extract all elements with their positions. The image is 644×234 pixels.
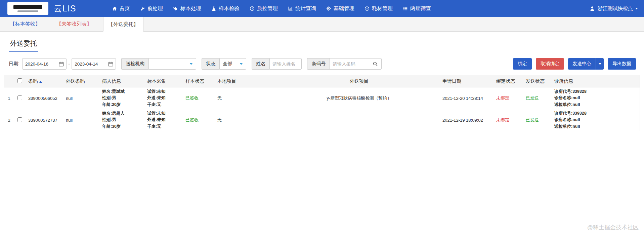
chevron-down-icon <box>599 63 601 65</box>
unbind-button[interactable]: 取消绑定 <box>536 58 564 70</box>
patient-gender: 性别:男 <box>102 95 142 101</box>
tag-icon <box>173 6 178 11</box>
date-label: 日期: <box>9 61 19 67</box>
nav-item-home[interactable]: 首页 <box>107 0 135 17</box>
barcode-label: 条码号 <box>307 58 330 70</box>
collection-cell: 试管:未知 外送:未知 干麦:无 <box>144 88 183 108</box>
row-checkbox[interactable] <box>17 117 22 122</box>
date-to-field <box>72 58 116 70</box>
clinic-name: 诊所名称:null <box>554 95 637 101</box>
row-index: 1 <box>4 96 14 101</box>
nav-item-preprocess[interactable]: 前处理 <box>135 0 168 17</box>
bind-status-badge: 未绑定 <box>493 95 523 101</box>
select-all-checkbox[interactable] <box>17 78 22 83</box>
table-row[interactable]: 1 339000566052 null 姓名:曹斌斌 性别:男 年龄:20岁 试… <box>4 87 640 109</box>
collection-tube: 试管:未知 <box>147 88 180 95</box>
nav-item-base-management[interactable]: 基础管理 <box>321 0 359 17</box>
tab-bar: 【标本签收】 【未签收列表】 【外送委托】 <box>0 17 644 32</box>
org-filter-group: 送检机构 <box>121 58 196 70</box>
col-header-barcode[interactable]: 条码 <box>26 78 63 84</box>
collection-dry: 干麦:无 <box>147 123 180 130</box>
date-to-input[interactable] <box>72 61 107 67</box>
logo-mark <box>13 5 42 9</box>
out-barcode-cell: null <box>63 118 99 123</box>
name-input[interactable] <box>269 58 302 70</box>
top-nav-bar: 云LIS 首页 前处理 标本处理 样本检验 质控管理 统计查询 基础管理 <box>0 0 644 17</box>
col-header-out-barcode: 外送条码 <box>63 78 99 84</box>
chevron-down-icon <box>240 63 243 65</box>
col-header-sample-status: 样本状态 <box>183 78 215 84</box>
date-from-field <box>22 58 67 70</box>
patient-info-cell: 姓名:曹斌斌 性别:男 年龄:20岁 <box>99 88 144 108</box>
sample-status-badge: 已签收 <box>183 117 215 123</box>
patient-age: 年龄:20岁 <box>102 102 142 108</box>
table-row[interactable]: 2 339000572737 null 姓名:房超人 性别:男 年龄:30岁 试… <box>4 109 640 131</box>
patient-name: 姓名:房超人 <box>102 110 142 117</box>
clinic-name: 诊所名称:null <box>554 117 637 123</box>
org-select[interactable] <box>148 58 196 70</box>
barcode-filter-group: 条码号 <box>307 58 382 70</box>
export-button[interactable]: 导出数据 <box>608 58 636 70</box>
page-title: 外送委托 <box>9 39 38 52</box>
calendar-icon[interactable] <box>58 61 64 67</box>
patient-name: 姓名:曹斌斌 <box>102 88 142 95</box>
send-center-button[interactable]: 发送中心 <box>568 58 604 70</box>
col-header-apply-date: 申请日期 <box>440 78 493 84</box>
list-icon <box>403 6 408 11</box>
col-header-collection: 标本采集 <box>144 78 183 84</box>
main-menu: 首页 前处理 标本处理 样本检验 质控管理 统计查询 基础管理 耗材管理 <box>107 0 436 17</box>
nav-item-label: 耗材管理 <box>372 5 393 12</box>
app-logo <box>7 2 48 15</box>
col-header-checkbox <box>14 78 26 84</box>
clinic-sender-unit: 送检单位:null <box>554 123 637 130</box>
chevron-down-icon <box>635 8 638 9</box>
nav-item-qc-management[interactable]: 质控管理 <box>245 0 283 17</box>
clinic-code: 诊所代号:339328 <box>554 110 637 117</box>
nav-item-statistics-query[interactable]: 统计查询 <box>283 0 321 17</box>
tab-unreceived-list[interactable]: 【未签收列表】 <box>52 17 96 31</box>
col-header-clinic-info: 诊所信息 <box>552 78 640 84</box>
nav-item-label: 统计查询 <box>295 5 316 12</box>
action-buttons: 绑定 取消绑定 发送中心 导出数据 <box>513 58 636 70</box>
status-select-value: 全部 <box>223 61 232 67</box>
tab-outsource-delegate[interactable]: 【外送委托】 <box>103 17 143 32</box>
bind-button[interactable]: 绑定 <box>513 58 532 70</box>
nav-item-sample-test[interactable]: 样本检验 <box>206 0 245 17</box>
cube-icon <box>364 6 370 11</box>
apply-date-cell: 2021-12-19 18:09:02 <box>440 118 493 123</box>
patient-gender: 性别:男 <box>102 117 142 123</box>
filter-bar: 日期: - 送检机构 状态 全部 姓名 条码号 绑定 取消绑定 <box>9 58 636 70</box>
status-filter-group: 状态 全部 <box>202 58 246 70</box>
local-items-cell: 无 <box>215 95 278 101</box>
row-checkbox-cell <box>14 117 26 123</box>
row-checkbox[interactable] <box>17 95 22 100</box>
calendar-icon[interactable] <box>108 61 114 67</box>
tab-specimen-receive[interactable]: 【标本签收】 <box>5 17 45 31</box>
clinic-info-cell: 诊所代号:339328 诊所名称:null 送检单位:null <box>552 110 640 130</box>
row-checkbox-cell <box>14 95 26 101</box>
barcode-cell: 339000572737 <box>26 118 63 123</box>
local-items-cell: 无 <box>215 117 278 123</box>
status-select[interactable]: 全部 <box>219 58 246 70</box>
page-header: 外送委托 <box>9 39 635 52</box>
col-header-patient-info: 病人信息 <box>99 78 144 84</box>
nav-item-specimen-process[interactable]: 标本处理 <box>168 0 206 17</box>
tab-label: 【未签收列表】 <box>56 21 92 27</box>
date-from-input[interactable] <box>23 61 58 67</box>
collection-outsource: 外送:未知 <box>147 95 180 101</box>
nav-item-consumables[interactable]: 耗材管理 <box>359 0 398 17</box>
send-center-dropdown-toggle[interactable] <box>596 58 604 70</box>
nav-item-label: 质控管理 <box>257 5 278 12</box>
bind-status-badge: 未绑定 <box>493 117 523 123</box>
sample-status-badge: 已签收 <box>183 95 215 101</box>
nav-item-cancer-screening[interactable]: 两癌筛查 <box>398 0 436 17</box>
user-menu[interactable]: 浙江测试快检点 <box>589 5 638 12</box>
apply-date-cell: 2021-12-20 14:38:14 <box>440 96 493 101</box>
collection-outsource: 外送:未知 <box>147 117 180 123</box>
clinic-code: 诊所代号:339328 <box>554 88 637 95</box>
clinic-info-cell: 诊所代号:339328 诊所名称:null 送检单位:null <box>552 88 640 108</box>
search-button[interactable] <box>369 58 382 70</box>
patient-age: 年龄:30岁 <box>102 123 142 130</box>
logo-subtitle <box>17 10 38 12</box>
barcode-input[interactable] <box>330 58 369 70</box>
